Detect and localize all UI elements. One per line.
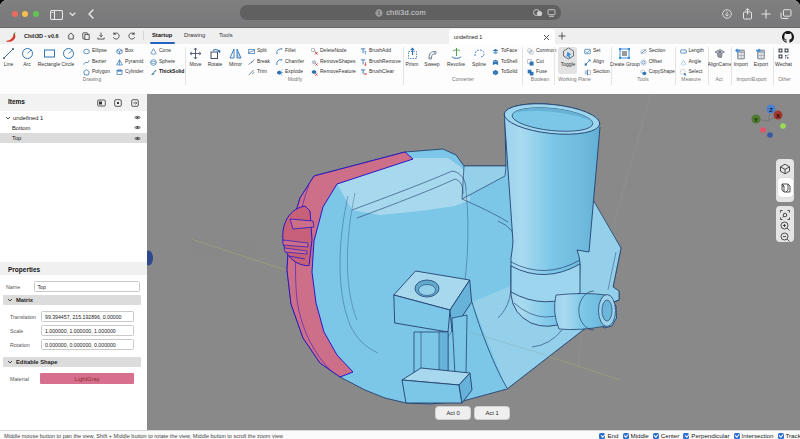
svg-text:Z: Z [769,107,773,113]
svg-text:X: X [776,113,780,119]
svg-text:Y: Y [754,117,758,123]
